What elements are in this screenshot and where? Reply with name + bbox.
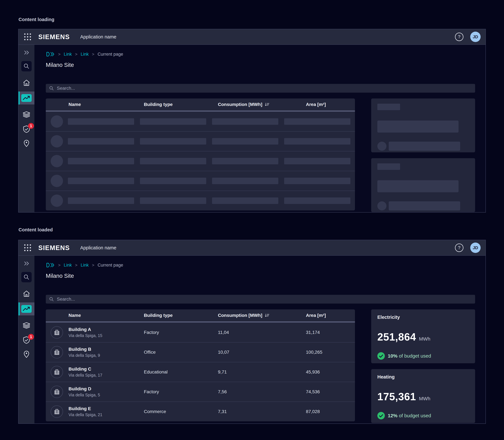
- skeleton-row: [46, 111, 355, 131]
- breadcrumb-separator: >: [58, 52, 60, 57]
- sidebar: 1: [18, 45, 34, 212]
- area-value: 100,265: [306, 350, 355, 355]
- building-address: Via della Spiga, 21: [69, 412, 144, 417]
- window-loading: SIEMENS Application name ? JD: [18, 29, 486, 213]
- column-header-type: Building type: [144, 102, 218, 107]
- building-name: Building D: [69, 386, 144, 391]
- area-value: 87,028: [306, 409, 355, 414]
- breadcrumb-root-icon[interactable]: [46, 51, 55, 57]
- table-row[interactable]: Building EVia della Spiga, 21 Commerce 7…: [46, 401, 355, 421]
- siemens-logo: SIEMENS: [38, 244, 70, 251]
- skeleton-row: [46, 131, 355, 151]
- sidebar: 1: [18, 256, 34, 424]
- consumption-value: 10,07: [218, 350, 306, 355]
- help-icon[interactable]: ?: [455, 33, 463, 41]
- breadcrumb-link[interactable]: Link: [81, 263, 89, 268]
- kpi-cards-loading: [371, 98, 475, 212]
- breadcrumb-current: Current page: [98, 52, 123, 57]
- avatar[interactable]: JD: [470, 243, 481, 253]
- building-address: Via della Spiga, 15: [69, 333, 144, 338]
- window-loaded: SIEMENS Application name ? JD: [18, 240, 486, 424]
- sidebar-item-layers[interactable]: [22, 322, 31, 330]
- section-label-loading: Content loading: [18, 17, 54, 22]
- breadcrumb-link[interactable]: Link: [81, 52, 89, 57]
- sort-descending-icon: [265, 102, 270, 107]
- active-indicator: [18, 302, 20, 316]
- table-row[interactable]: Building BVia della Spiga, 9 Office 10,0…: [46, 342, 355, 362]
- breadcrumb-root-icon[interactable]: [46, 262, 55, 268]
- notification-badge: 1: [28, 123, 34, 129]
- skeleton-row: [46, 151, 355, 171]
- layers-icon: [22, 322, 31, 330]
- check-circle-icon: [377, 412, 385, 419]
- card-title: Electricity: [377, 315, 469, 320]
- search-input[interactable]: [57, 85, 472, 91]
- app-header: SIEMENS Application name ? JD: [18, 240, 486, 256]
- heating-card: Heating 175,361 MWh 12% of budget used: [371, 369, 475, 423]
- consumption-value: 7,56: [218, 389, 306, 394]
- avatar[interactable]: JD: [470, 32, 481, 42]
- building-name: Building E: [69, 406, 144, 411]
- heating-value: 175,361: [377, 390, 416, 403]
- area-value: 31,174: [306, 330, 355, 335]
- column-header-area: Area [m²]: [306, 313, 355, 318]
- sidebar-item-analytics[interactable]: [18, 92, 34, 105]
- main-content: > Link > Link > Current page Milano Site…: [34, 256, 486, 424]
- sidebar-item-analytics[interactable]: [18, 302, 34, 316]
- buildings-table-loading: Name Building type Consumption [MWh] Are…: [46, 98, 355, 210]
- skeleton-row: [46, 171, 355, 191]
- sidebar-item-home[interactable]: [22, 289, 31, 298]
- breadcrumb-link[interactable]: Link: [64, 263, 72, 268]
- page-title: Milano Site: [46, 272, 475, 279]
- sidebar-item-locations[interactable]: [22, 350, 31, 358]
- card-title: Heating: [377, 374, 469, 380]
- app-switcher-icon[interactable]: [24, 33, 31, 41]
- home-icon: [22, 79, 31, 87]
- breadcrumb-link[interactable]: Link: [64, 52, 72, 57]
- area-value: 45,936: [306, 370, 355, 375]
- building-type: Office: [144, 350, 218, 355]
- table-row[interactable]: Building CVia della Spiga, 17 Educationa…: [46, 362, 355, 382]
- location-pin-icon: [22, 350, 31, 358]
- building-icon: [51, 405, 63, 418]
- search-input[interactable]: [57, 296, 472, 302]
- sidebar-item-home[interactable]: [22, 79, 31, 87]
- breadcrumb-separator: >: [92, 52, 94, 57]
- skeleton-row: [46, 191, 355, 210]
- column-header-type: Building type: [144, 313, 218, 318]
- building-name: Building B: [69, 347, 144, 352]
- sidebar-item-locations[interactable]: [22, 139, 31, 148]
- sidebar-item-search[interactable]: [21, 272, 32, 282]
- sidebar-item-security[interactable]: 1: [22, 125, 31, 133]
- electricity-card: Electricity 251,864 MWh 10% of budget us…: [371, 309, 475, 363]
- building-icon: [51, 366, 63, 378]
- application-name: Application name: [80, 245, 116, 250]
- area-value: 74,536: [306, 389, 355, 394]
- column-header-name: Name: [69, 313, 144, 318]
- app-switcher-icon[interactable]: [24, 244, 31, 251]
- sidebar-item-security[interactable]: 1: [22, 336, 31, 344]
- sidebar-item-layers[interactable]: [22, 111, 31, 119]
- sidebar-item-search[interactable]: [21, 61, 32, 71]
- home-icon: [22, 289, 31, 298]
- consumption-value: 11,04: [218, 330, 306, 335]
- breadcrumb-separator: >: [92, 263, 94, 268]
- search-bar: [46, 295, 475, 303]
- building-address: Via della Spiga, 5: [69, 393, 144, 397]
- column-header-consumption[interactable]: Consumption [MWh]: [218, 313, 306, 318]
- electricity-unit: MWh: [419, 336, 430, 342]
- sort-descending-icon: [265, 313, 270, 317]
- help-icon[interactable]: ?: [455, 244, 463, 252]
- budget-status: 12% of budget used: [388, 413, 431, 418]
- sidebar-collapse-icon[interactable]: [23, 49, 30, 56]
- breadcrumb-separator: >: [58, 263, 60, 268]
- table-row[interactable]: Building AVia della Spiga, 15 Factory 11…: [46, 322, 355, 342]
- column-header-consumption[interactable]: Consumption [MWh]: [218, 102, 306, 107]
- buildings-table: Name Building type Consumption [MWh] Are…: [46, 309, 355, 421]
- app-header: SIEMENS Application name ? JD: [18, 29, 486, 45]
- notification-badge: 1: [28, 334, 34, 340]
- table-row[interactable]: Building DVia della Spiga, 5 Factory 7,5…: [46, 382, 355, 401]
- sidebar-collapse-icon[interactable]: [23, 260, 30, 267]
- table-header-row: Name Building type Consumption [MWh] Are…: [46, 98, 355, 110]
- search-icon: [23, 63, 30, 69]
